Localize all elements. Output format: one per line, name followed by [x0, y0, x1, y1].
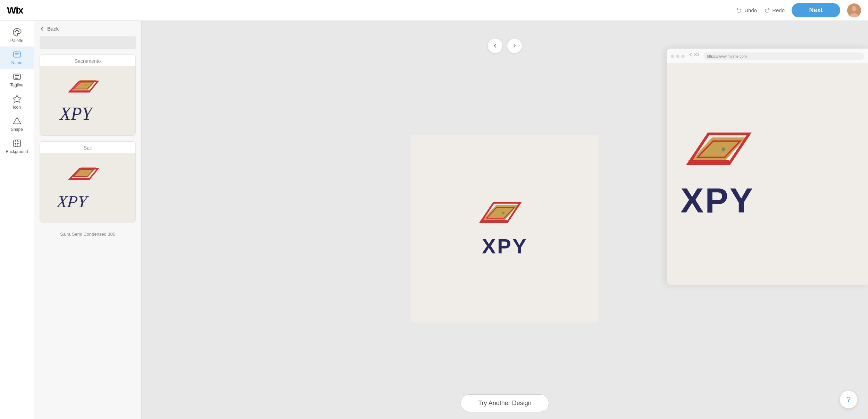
- svg-rect-14: [14, 140, 20, 147]
- svg-point-41: [721, 147, 725, 151]
- next-arrow-icon: [511, 43, 518, 49]
- sidebar-item-icon[interactable]: Icon: [0, 91, 34, 113]
- tagline-icon: [12, 72, 22, 81]
- browser-dot-3: [681, 55, 685, 58]
- redo-label: Redo: [772, 7, 785, 13]
- avatar[interactable]: [847, 3, 861, 17]
- logo-icon-sacramento: [65, 74, 110, 97]
- svg-point-35: [502, 211, 504, 214]
- svg-point-23: [85, 84, 86, 86]
- svg-point-29: [85, 171, 86, 173]
- wix-logo: Wix: [7, 5, 23, 16]
- preview-content: XPY: [667, 64, 868, 285]
- browser-dots: [671, 55, 685, 58]
- background-icon: [12, 139, 22, 148]
- sail-label: Sail: [40, 142, 135, 153]
- sidebar-item-background[interactable]: Background: [0, 135, 34, 158]
- prev-arrow-button[interactable]: [487, 38, 503, 53]
- preview-brand-name: XPY: [681, 181, 754, 220]
- palette-label: Palette: [10, 38, 23, 43]
- try-another-button[interactable]: Try Another Design: [460, 394, 549, 412]
- sidebar-item-shape[interactable]: Shape: [0, 113, 34, 135]
- font-search[interactable]: [40, 36, 136, 49]
- saira-label: Saira Semi Condensed 300: [34, 228, 141, 240]
- redo-icon: [764, 7, 770, 14]
- svg-rect-28: [69, 178, 89, 180]
- avatar-image: [847, 3, 861, 17]
- icon-icon: [12, 94, 22, 103]
- browser-bar: https://www.mysite.com: [667, 49, 868, 64]
- svg-point-3: [15, 31, 16, 32]
- preview-logo-icon: [681, 128, 771, 174]
- center-logo-card: XPY: [411, 135, 599, 322]
- font-card-sacramento[interactable]: Sacramento XPY: [40, 55, 136, 136]
- next-arrow-button[interactable]: [507, 38, 522, 53]
- name-icon: [12, 50, 22, 59]
- browser-preview: https://www.mysite.com XPY: [667, 49, 868, 285]
- main-logo-icon: [475, 199, 534, 229]
- prev-arrow-icon: [492, 43, 498, 49]
- next-button[interactable]: Next: [792, 3, 840, 17]
- undo-label: Undo: [744, 7, 757, 13]
- background-label: Background: [6, 149, 28, 154]
- name-label: Name: [11, 60, 22, 65]
- help-button[interactable]: ?: [840, 391, 858, 409]
- browser-nav-icon: [689, 53, 699, 60]
- svg-point-1: [852, 6, 857, 11]
- svg-rect-40: [688, 160, 729, 165]
- sidebar: Palette Name Tagline Icon Shape: [0, 21, 34, 419]
- sail-xpy-text: XPY: [57, 188, 119, 213]
- canvas-navigation: [487, 38, 522, 53]
- sidebar-item-palette[interactable]: Palette: [0, 24, 34, 47]
- browser-dot-2: [676, 55, 679, 58]
- header-left: Wix: [7, 5, 23, 16]
- undo-icon: [736, 7, 742, 14]
- palette-icon: [12, 28, 22, 37]
- svg-rect-34: [481, 220, 507, 223]
- tagline-label: Tagline: [10, 83, 23, 87]
- header-right: Undo Redo Next: [736, 3, 861, 17]
- browser-url: https://www.mysite.com: [703, 52, 864, 60]
- sacramento-preview: XPY: [40, 66, 135, 135]
- sidebar-item-name[interactable]: Name: [0, 47, 34, 69]
- font-panel: Back Sacramento XPY: [34, 21, 142, 419]
- undo-button[interactable]: Undo: [736, 7, 757, 14]
- sacramento-xpy-text: XPY: [57, 100, 119, 127]
- shape-label: Shape: [11, 127, 23, 132]
- icon-label: Icon: [13, 105, 21, 110]
- back-button[interactable]: Back: [34, 21, 141, 36]
- svg-marker-13: [13, 95, 21, 102]
- sail-preview: XPY: [40, 153, 135, 222]
- svg-rect-22: [69, 90, 89, 92]
- back-label: Back: [47, 26, 59, 32]
- back-arrow-icon: [40, 26, 45, 32]
- font-card-sail[interactable]: Sail XPY: [40, 141, 136, 223]
- shape-icon: [12, 117, 22, 126]
- browser-dot-1: [671, 55, 674, 58]
- main-canvas: XPY Try Another Design https://www.mysit…: [142, 21, 868, 419]
- sidebar-item-tagline[interactable]: Tagline: [0, 69, 34, 91]
- main-brand-name: XPY: [482, 234, 528, 258]
- header: Wix Undo Redo Next: [0, 0, 868, 21]
- help-label: ?: [846, 395, 851, 404]
- svg-point-4: [16, 30, 17, 31]
- sacramento-label: Sacramento: [40, 55, 135, 66]
- svg-point-5: [18, 31, 19, 32]
- svg-text:XPY: XPY: [57, 192, 90, 211]
- svg-rect-6: [14, 52, 20, 57]
- svg-point-36: [696, 53, 699, 56]
- svg-text:XPY: XPY: [59, 103, 94, 123]
- redo-button[interactable]: Redo: [764, 7, 785, 14]
- logo-icon-sail: [65, 162, 110, 184]
